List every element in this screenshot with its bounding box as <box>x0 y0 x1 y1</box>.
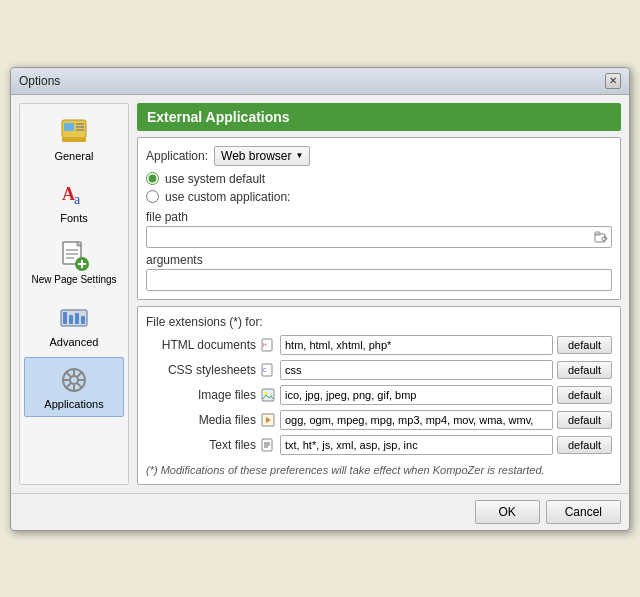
advanced-icon <box>58 302 90 334</box>
newpage-icon <box>58 240 90 272</box>
newpage-label: New Page Settings <box>31 274 116 286</box>
arguments-label: arguments <box>146 253 612 267</box>
app-dropdown[interactable]: Web browser ▼ <box>214 146 310 166</box>
default-btn-css[interactable]: default <box>557 361 612 379</box>
file-path-section: file path arguments <box>146 210 612 291</box>
general-label: General <box>54 150 93 162</box>
ext-row-media: Media files default <box>146 410 612 430</box>
svg-text:H: H <box>263 342 267 348</box>
ok-button[interactable]: OK <box>475 500 540 524</box>
ext-row-css: CSS stylesheets C default <box>146 360 612 380</box>
radio-custom-row: use custom application: <box>146 190 612 204</box>
radio-system[interactable] <box>146 172 159 185</box>
main-content: External Applications Application: Web b… <box>137 103 621 485</box>
radio-custom[interactable] <box>146 190 159 203</box>
section-header: External Applications <box>137 103 621 131</box>
sidebar: General A a Fonts <box>19 103 129 485</box>
html-file-icon: H <box>260 337 276 353</box>
options-window: Options ✕ General <box>10 67 630 531</box>
ext-label-image: Image files <box>146 388 256 402</box>
file-path-input[interactable] <box>147 227 591 247</box>
default-btn-html[interactable]: default <box>557 336 612 354</box>
close-button[interactable]: ✕ <box>605 73 621 89</box>
advanced-label: Advanced <box>50 336 99 348</box>
sidebar-item-applications[interactable]: Applications <box>24 357 124 417</box>
apps-icon <box>58 364 90 396</box>
radio-group: use system default use custom applicatio… <box>146 172 612 204</box>
ext-label-text: Text files <box>146 438 256 452</box>
svg-rect-39 <box>262 389 274 401</box>
svg-line-29 <box>77 372 82 377</box>
default-btn-media[interactable]: default <box>557 411 612 429</box>
footnote: (*) Modifications of these preferences w… <box>146 460 612 476</box>
application-fieldset: Application: Web browser ▼ use system de… <box>137 137 621 300</box>
css-file-icon: C <box>260 362 276 378</box>
radio-system-row: use system default <box>146 172 612 186</box>
ext-row-text: Text files default <box>146 435 612 455</box>
ext-row-image: Image files default <box>146 385 612 405</box>
cancel-button[interactable]: Cancel <box>546 500 621 524</box>
text-file-icon <box>260 437 276 453</box>
title-bar: Options ✕ <box>11 68 629 95</box>
ext-label-media: Media files <box>146 413 256 427</box>
sidebar-item-general[interactable]: General <box>24 109 124 169</box>
browse-icon[interactable] <box>591 227 611 247</box>
file-extensions-section: File extensions (*) for: HTML documents … <box>137 306 621 485</box>
ext-input-text[interactable] <box>280 435 553 455</box>
default-btn-text[interactable]: default <box>557 436 612 454</box>
arguments-input[interactable] <box>147 270 611 290</box>
ext-input-image[interactable] <box>280 385 553 405</box>
dropdown-arrow-icon: ▼ <box>296 151 304 160</box>
sidebar-item-advanced[interactable]: Advanced <box>24 295 124 355</box>
ext-label-css: CSS stylesheets <box>146 363 256 377</box>
svg-rect-17 <box>63 312 67 324</box>
radio-system-label: use system default <box>165 172 265 186</box>
app-dropdown-value: Web browser <box>221 149 291 163</box>
ext-input-html[interactable] <box>280 335 553 355</box>
svg-point-22 <box>70 376 78 384</box>
svg-line-28 <box>77 382 82 387</box>
default-btn-image[interactable]: default <box>557 386 612 404</box>
image-file-icon <box>260 387 276 403</box>
ext-input-css[interactable] <box>280 360 553 380</box>
bottom-buttons: OK Cancel <box>11 493 629 530</box>
ext-label-html: HTML documents <box>146 338 256 352</box>
svg-line-27 <box>67 372 72 377</box>
ext-row-html: HTML documents H default <box>146 335 612 355</box>
application-label: Application: <box>146 149 208 163</box>
app-selector-row: Application: Web browser ▼ <box>146 146 612 166</box>
svg-point-40 <box>265 391 268 394</box>
general-icon <box>58 116 90 148</box>
file-path-input-wrapper <box>146 226 612 248</box>
svg-rect-18 <box>69 315 73 324</box>
window-body: General A a Fonts <box>11 95 629 493</box>
svg-text:a: a <box>74 192 81 207</box>
svg-text:C: C <box>263 367 267 373</box>
svg-rect-1 <box>62 138 86 142</box>
radio-custom-label: use custom application: <box>165 190 290 204</box>
sidebar-item-fonts[interactable]: A a Fonts <box>24 171 124 231</box>
file-ext-title: File extensions (*) for: <box>146 315 612 329</box>
applications-label: Applications <box>44 398 103 410</box>
arguments-input-wrapper <box>146 269 612 291</box>
svg-rect-20 <box>81 316 85 324</box>
window-title: Options <box>19 74 60 88</box>
sidebar-item-newpage[interactable]: New Page Settings <box>24 233 124 293</box>
svg-rect-2 <box>64 123 74 131</box>
svg-rect-19 <box>75 313 79 324</box>
fonts-label: Fonts <box>60 212 88 224</box>
ext-input-media[interactable] <box>280 410 553 430</box>
file-path-label: file path <box>146 210 612 224</box>
media-file-icon <box>260 412 276 428</box>
fonts-icon: A a <box>58 178 90 210</box>
svg-line-30 <box>67 382 72 387</box>
